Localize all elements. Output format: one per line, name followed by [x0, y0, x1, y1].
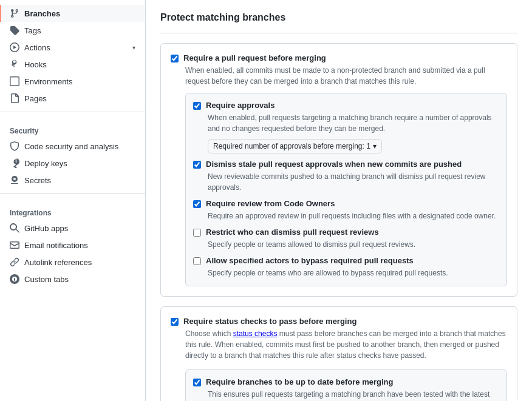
sidebar-item-deploy-keys[interactable]: Deploy keys — [0, 155, 145, 172]
option-restrict-dismiss: Restrict who can dismiss pull request re… — [193, 227, 499, 250]
require-up-to-date-checkbox[interactable] — [193, 379, 201, 386]
option-title: Require a pull request before merging — [183, 53, 326, 62]
sidebar: Branches Tags Actions ▾ Hooks Environmen… — [0, 0, 146, 401]
option-title: Require status checks to pass before mer… — [183, 317, 356, 326]
status-checks-section: Require status checks to pass before mer… — [160, 306, 517, 401]
sidebar-item-label: Actions — [24, 43, 50, 52]
chevron-down-icon: ▾ — [373, 142, 377, 150]
sidebar-item-email-notifications[interactable]: Email notifications — [0, 237, 145, 254]
branches-icon — [10, 8, 19, 18]
allow-bypass-checkbox[interactable] — [193, 257, 201, 265]
autolink-icon — [10, 257, 19, 267]
sidebar-item-label: Deploy keys — [24, 159, 67, 168]
sidebar-item-label: Pages — [24, 94, 47, 103]
apps-icon — [10, 223, 19, 233]
key-icon — [10, 158, 19, 168]
chevron-down-icon: ▾ — [132, 44, 135, 51]
option-title: Require branches to be up to date before… — [206, 377, 393, 386]
sidebar-item-label: Email notifications — [24, 241, 88, 250]
option-desc: Specify people or teams who are allowed … — [208, 268, 499, 278]
divider — [0, 112, 145, 112]
sidebar-item-github-apps[interactable]: GitHub apps — [0, 220, 145, 237]
sub-options-container: Require approvals When enabled, pull req… — [185, 93, 507, 286]
option-require-pull-request: Require a pull request before merging Wh… — [171, 53, 507, 286]
option-dismiss-stale: Dismiss stale pull request approvals whe… — [193, 160, 499, 193]
option-desc: Require an approved review in pull reque… — [208, 211, 499, 221]
sidebar-item-label: Autolink references — [24, 258, 92, 267]
integrations-section-header: Integrations — [0, 199, 145, 220]
dismiss-stale-checkbox[interactable] — [193, 161, 201, 169]
option-desc: This ensures pull requests targeting a m… — [208, 389, 499, 401]
page-title: Protect matching branches — [160, 12, 517, 33]
sidebar-item-environments[interactable]: Environments — [0, 73, 145, 90]
sidebar-item-hooks[interactable]: Hooks — [0, 56, 145, 73]
option-desc: Specify people or teams allowed to dismi… — [208, 239, 499, 250]
sidebar-item-branches[interactable]: Branches — [0, 5, 145, 22]
sidebar-item-autolink-references[interactable]: Autolink references — [0, 254, 145, 271]
option-require-code-owners: Require review from Code Owners Require … — [193, 199, 499, 221]
email-icon — [10, 240, 19, 250]
shield-icon — [10, 141, 19, 151]
sidebar-item-pages[interactable]: Pages — [0, 90, 145, 107]
option-title: Dismiss stale pull request approvals whe… — [206, 160, 462, 169]
sidebar-item-label: Branches — [24, 9, 60, 18]
sidebar-item-label: Tags — [24, 26, 41, 35]
security-section-header: Security — [0, 117, 145, 138]
environments-icon — [10, 76, 19, 86]
require-approvals-checkbox[interactable] — [193, 102, 201, 110]
option-desc: Choose which status checks must pass bef… — [185, 328, 507, 361]
sidebar-item-label: GitHub apps — [24, 224, 68, 233]
sidebar-item-label: Secrets — [24, 176, 51, 185]
option-require-approvals: Require approvals When enabled, pull req… — [193, 101, 499, 153]
option-title: Require review from Code Owners — [206, 199, 335, 208]
sidebar-item-label: Hooks — [24, 60, 47, 69]
require-status-checks-checkbox[interactable] — [171, 318, 179, 326]
require-code-owners-checkbox[interactable] — [193, 200, 201, 208]
approval-select[interactable]: Required number of approvals before merg… — [208, 139, 382, 153]
option-desc: When enabled, all commits must be made t… — [185, 65, 507, 87]
main-content: Protect matching branches Require a pull… — [146, 0, 532, 401]
status-checks-link[interactable]: status checks — [233, 329, 278, 338]
tag-icon — [10, 25, 19, 35]
sidebar-item-secrets[interactable]: Secrets — [0, 172, 145, 189]
require-up-to-date-container: Require branches to be up to date before… — [185, 369, 507, 401]
hook-icon — [10, 59, 19, 69]
option-title: Require approvals — [206, 101, 275, 110]
option-allow-bypass: Allow specified actors to bypass require… — [193, 256, 499, 278]
sidebar-item-label: Code security and analysis — [24, 142, 118, 151]
divider — [0, 194, 145, 194]
sidebar-item-code-security[interactable]: Code security and analysis — [0, 138, 145, 155]
actions-icon — [10, 42, 19, 52]
sidebar-item-custom-tabs[interactable]: Custom tabs — [0, 271, 145, 288]
option-title: Restrict who can dismiss pull request re… — [206, 227, 379, 237]
option-desc: New reviewable commits pushed to a match… — [208, 171, 499, 193]
secrets-icon — [10, 175, 19, 185]
sidebar-item-tags[interactable]: Tags — [0, 22, 145, 39]
sidebar-item-label: Environments — [24, 77, 72, 86]
tab-icon — [10, 274, 19, 284]
sidebar-item-label: Custom tabs — [24, 275, 69, 284]
pull-request-section: Require a pull request before merging Wh… — [160, 43, 517, 297]
pages-icon — [10, 93, 19, 103]
require-pull-request-checkbox[interactable] — [171, 55, 179, 62]
restrict-dismiss-checkbox[interactable] — [193, 229, 201, 237]
option-desc: When enabled, pull requests targeting a … — [208, 112, 499, 134]
sidebar-item-actions[interactable]: Actions ▾ — [0, 39, 145, 56]
option-title: Allow specified actors to bypass require… — [206, 256, 414, 265]
